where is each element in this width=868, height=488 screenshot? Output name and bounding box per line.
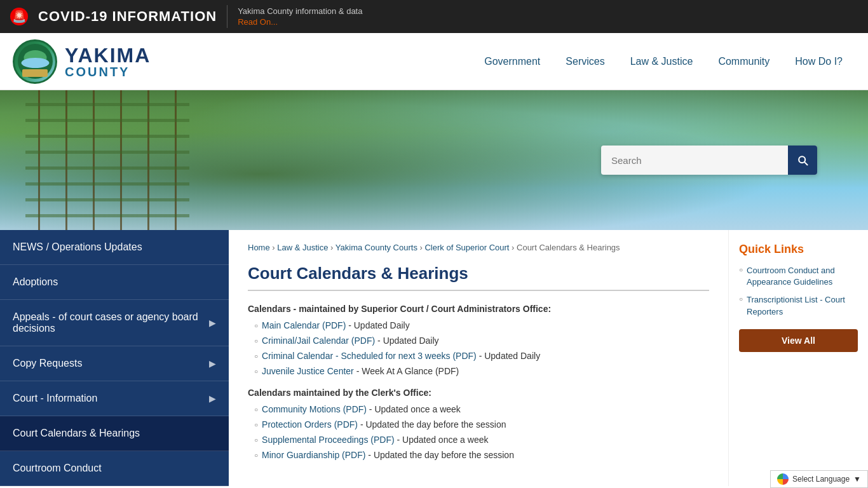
criminal-jail-calendar-link[interactable]: Criminal/Jail Calendar (PDF) [262,336,375,346]
juvenile-justice-link[interactable]: Juvenile Justice Center [262,366,354,376]
section2-list: Community Motions (PDF) - Updated once a… [248,404,709,460]
breadcrumb-home[interactable]: Home [248,243,270,252]
minor-guardianship-link[interactable]: Minor Guardianship (PDF) [262,450,365,460]
main-content: Home › Law & Justice › Yakima County Cou… [229,230,728,486]
google-icon [777,473,789,485]
juvenile-justice-text: - Week At A Glance (PDF) [356,366,459,376]
logo-text: YAKIMA COUNTY [65,45,151,78]
section1-list: Main Calendar (PDF) - Updated Daily Crim… [248,320,709,376]
section1-heading: Calendars - maintained by Superior Court… [248,304,709,314]
minor-guardianship-text: - Updated the day before the session [368,450,514,460]
community-motions-link[interactable]: Community Motions (PDF) [262,404,367,414]
list-item: Community Motions (PDF) - Updated once a… [254,404,709,414]
covid-info: Yakima County information & data Read On… [238,6,362,27]
sidebar-arrow-court-info: ▶ [209,393,216,403]
select-language-label[interactable]: Select Language [792,475,850,484]
criminal-jail-calendar-text: - Updated Daily [377,336,439,346]
sidebar-item-appeals[interactable]: Appeals - of court cases or agency board… [0,300,229,346]
view-all-button[interactable]: View All [739,329,858,352]
nav-services[interactable]: Services [566,56,604,67]
breadcrumb-law-justice[interactable]: Law & Justice [277,243,328,252]
logo-county-text: COUNTY [65,65,151,78]
criminal-scheduled-text: - Updated Daily [479,351,541,361]
content-area: NEWS / Operations Updates Adoptions Appe… [0,230,868,486]
nav-community[interactable]: Community [718,56,770,67]
covid-title: COVID-19 INFORMATION [38,8,217,25]
svg-text:YAKIMA: YAKIMA [29,71,41,74]
list-item: Juvenile Justice Center - Week At A Glan… [254,366,709,376]
sidebar-item-adoptions-label: Adoptions [13,276,58,288]
quick-links-item: Transcriptionist List - Court Reporters [739,294,858,317]
page-title: Court Calendars & Hearings [248,264,709,291]
quick-link-transcriptionist[interactable]: Transcriptionist List - Court Reporters [747,294,858,317]
sidebar-item-copy-requests-label: Copy Requests [13,358,82,369]
search-button[interactable] [788,146,817,175]
site-header: YAKIMA YAKIMA COUNTY Government Services… [0,33,868,90]
breadcrumb-yakima-courts[interactable]: Yakima County Courts [336,243,417,252]
criminal-scheduled-calendar-link[interactable]: Criminal Calendar - Scheduled for next 3… [262,351,477,361]
sidebar-item-copy-requests[interactable]: Copy Requests ▶ [0,346,229,381]
quick-links-item: Courtroom Conduct and Appearance Guideli… [739,265,858,288]
list-item: Criminal Calendar - Scheduled for next 3… [254,351,709,361]
covid-divider [227,5,227,28]
logo-yakima-text: YAKIMA [65,45,151,65]
sidebar-item-courtroom-conduct-label: Courtroom Conduct [13,463,102,474]
main-nav: Government Services Law & Justice Commun… [151,56,855,67]
sidebar-arrow-appeals: ▶ [209,318,216,328]
covid-info-text: Yakima County information & data [238,6,362,16]
quick-links-title: Quick Links [739,243,858,256]
protection-orders-link[interactable]: Protection Orders (PDF) [262,419,358,430]
covid-banner: 🚨 COVID-19 INFORMATION Yakima County inf… [0,0,868,33]
logo-emblem: YAKIMA [13,39,57,84]
sidebar-item-court-calendars[interactable]: Court Calendars & Hearings [0,416,229,451]
search-box [601,146,817,175]
list-item: Supplemental Proceedings (PDF) - Updated… [254,435,709,445]
svg-rect-3 [25,69,45,74]
list-item: Criminal/Jail Calendar (PDF) - Updated D… [254,336,709,346]
quick-links-panel: Quick Links Courtroom Conduct and Appear… [728,230,868,486]
search-input[interactable] [601,149,788,172]
list-item: Protection Orders (PDF) - Updated the da… [254,419,709,430]
breadcrumb-current: Court Calendars & Hearings [517,243,620,252]
nav-law-justice[interactable]: Law & Justice [630,56,693,67]
sidebar: NEWS / Operations Updates Adoptions Appe… [0,230,229,486]
sidebar-item-appeals-label: Appeals - of court cases or agency board… [13,311,209,334]
search-icon [796,154,809,166]
sidebar-item-news-label: NEWS / Operations Updates [13,241,142,253]
sidebar-item-court-info[interactable]: Court - Information ▶ [0,381,229,416]
sidebar-item-court-info-label: Court - Information [13,393,97,404]
svg-point-2 [21,58,49,68]
sidebar-item-news[interactable]: NEWS / Operations Updates [0,230,229,265]
supplemental-proceedings-link[interactable]: Supplemental Proceedings (PDF) [262,435,395,445]
quick-link-courtroom-conduct[interactable]: Courtroom Conduct and Appearance Guideli… [747,265,858,288]
section2-heading: Calendars maintained by the Clerk's Offi… [248,388,709,398]
sidebar-item-courtroom-conduct[interactable]: Courtroom Conduct [0,451,229,486]
sidebar-arrow-copy-requests: ▶ [209,358,216,369]
nav-government[interactable]: Government [484,56,540,67]
covid-icon: 🚨 [10,8,28,25]
hero-banner [0,90,868,230]
select-language-chevron: ▼ [853,475,861,484]
sidebar-item-adoptions[interactable]: Adoptions [0,265,229,300]
sidebar-item-court-calendars-label: Court Calendars & Hearings [13,428,140,439]
breadcrumb-clerk-superior[interactable]: Clerk of Superior Court [424,243,509,252]
community-motions-text: - Updated once a week [369,404,461,414]
supplemental-proceedings-text: - Updated once a week [397,435,488,445]
main-calendar-link[interactable]: Main Calendar (PDF) [262,320,346,330]
main-calendar-text: - Updated Daily [348,320,410,330]
quick-links-list: Courtroom Conduct and Appearance Guideli… [739,265,858,318]
list-item: Minor Guardianship (PDF) - Updated the d… [254,450,709,460]
logo-area[interactable]: YAKIMA YAKIMA COUNTY [13,39,151,84]
covid-read-on-link[interactable]: Read On... [238,17,362,27]
list-item: Main Calendar (PDF) - Updated Daily [254,320,709,330]
footer-language-bar: Select Language ▼ [770,470,868,486]
breadcrumb: Home › Law & Justice › Yakima County Cou… [248,243,709,252]
protection-orders-text: - Updated the day before the session [360,419,506,430]
nav-how-do-i[interactable]: How Do I? [795,56,843,67]
